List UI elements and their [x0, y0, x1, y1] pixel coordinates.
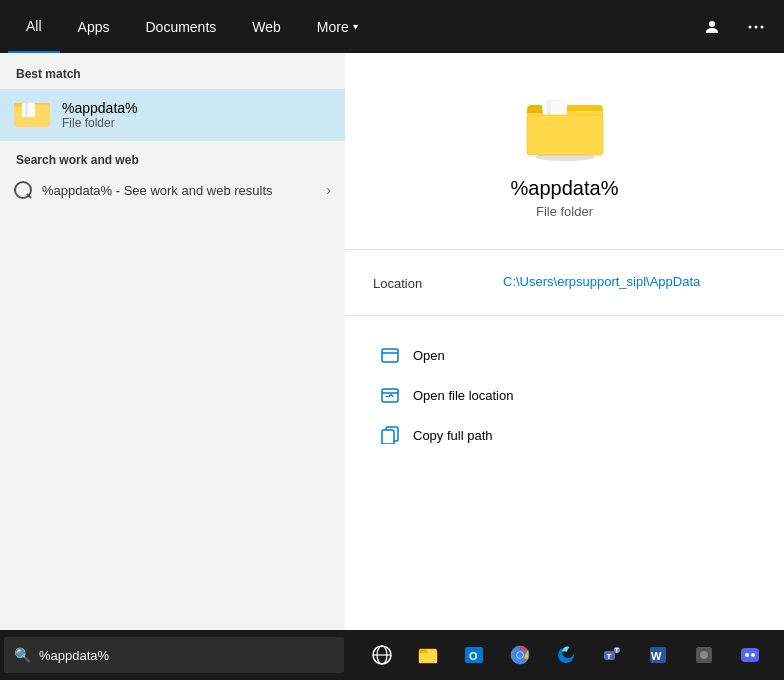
location-label: Location — [373, 274, 443, 291]
result-type: File folder — [62, 116, 138, 130]
word-button[interactable]: W — [636, 633, 680, 677]
action-copy-label: Copy full path — [413, 428, 493, 443]
svg-rect-41 — [741, 648, 759, 662]
svg-text:T: T — [615, 647, 620, 654]
svg-rect-9 — [28, 103, 35, 117]
tab-apps[interactable]: Apps — [60, 0, 128, 53]
search-icon — [14, 181, 32, 199]
action-open-file-location[interactable]: Open file location — [373, 376, 756, 414]
svg-point-1 — [755, 25, 758, 28]
action-open-label: Open — [413, 348, 445, 363]
taskbar: 🔍 %appdata% O — [0, 630, 784, 680]
svg-rect-18 — [382, 349, 398, 362]
svg-point-40 — [700, 651, 708, 659]
web-suffix: - See work and web results — [112, 183, 272, 198]
action-open-location-label: Open file location — [413, 388, 513, 403]
main-area: Best match %appdata% File folder — [0, 53, 784, 630]
svg-rect-26 — [419, 654, 437, 663]
file-subtitle: File folder — [536, 204, 593, 219]
large-folder-icon — [525, 93, 605, 161]
task-view-button[interactable] — [360, 633, 404, 677]
tab-apps-label: Apps — [78, 19, 110, 35]
copy-icon — [379, 424, 401, 446]
open-icon — [379, 344, 401, 366]
open-location-icon — [379, 384, 401, 406]
more-options-button[interactable] — [736, 7, 776, 47]
discord-button[interactable] — [728, 633, 772, 677]
svg-text:T: T — [607, 652, 612, 661]
tab-more[interactable]: More ▾ — [299, 0, 376, 53]
best-match-label: Best match — [0, 53, 345, 89]
file-explorer-button[interactable] — [406, 633, 450, 677]
tab-web[interactable]: Web — [234, 0, 299, 53]
taskbar-icons: O T — [352, 633, 780, 677]
edge-button[interactable] — [544, 633, 588, 677]
outlook-button[interactable]: O — [452, 633, 496, 677]
tab-all[interactable]: All — [8, 0, 60, 53]
account-button[interactable] — [692, 7, 732, 47]
web-search-item[interactable]: %appdata% - See work and web results › — [0, 173, 345, 207]
svg-text:O: O — [469, 650, 478, 662]
taskbar-search-icon: 🔍 — [14, 647, 31, 663]
svg-point-32 — [517, 652, 523, 658]
tab-web-label: Web — [252, 19, 281, 35]
chrome-button[interactable] — [498, 633, 542, 677]
nav-icons — [692, 7, 776, 47]
taskbar-search-text: %appdata% — [39, 648, 109, 663]
app-unknown-button[interactable] — [682, 633, 726, 677]
web-query: %appdata% — [42, 183, 112, 198]
tab-all-label: All — [26, 18, 42, 34]
location-row: Location C:\Users\erpsupport_sipl\AppDat… — [345, 260, 784, 305]
svg-point-2 — [761, 25, 764, 28]
actions-area: Open Open file location — [345, 326, 784, 464]
tab-documents-label: Documents — [145, 19, 216, 35]
chevron-right-icon: › — [326, 182, 331, 198]
taskbar-search[interactable]: 🔍 %appdata% — [4, 637, 344, 673]
action-copy-path[interactable]: Copy full path — [373, 416, 756, 454]
teams-button[interactable]: T T — [590, 633, 634, 677]
svg-point-42 — [745, 653, 749, 657]
svg-point-43 — [751, 653, 755, 657]
top-nav: All Apps Documents Web More ▾ — [0, 0, 784, 53]
svg-rect-16 — [527, 115, 603, 155]
file-icon-area: %appdata% File folder — [491, 53, 639, 239]
search-web-label: Search work and web — [0, 141, 345, 173]
svg-point-0 — [749, 25, 752, 28]
result-item-appdata[interactable]: %appdata% File folder — [0, 89, 345, 141]
tab-more-label: More — [317, 19, 349, 35]
result-text: %appdata% File folder — [62, 100, 138, 130]
folder-icon — [14, 97, 50, 133]
left-panel: Best match %appdata% File folder — [0, 53, 345, 630]
svg-rect-21 — [382, 430, 394, 444]
divider-2 — [345, 315, 784, 316]
more-arrow-icon: ▾ — [353, 21, 358, 32]
divider-1 — [345, 249, 784, 250]
file-title: %appdata% — [511, 177, 619, 200]
tab-documents[interactable]: Documents — [127, 0, 234, 53]
web-search-text: %appdata% - See work and web results — [42, 183, 273, 198]
right-panel: %appdata% File folder Location C:\Users\… — [345, 53, 784, 630]
action-open[interactable]: Open — [373, 336, 756, 374]
result-name: %appdata% — [62, 100, 138, 116]
svg-text:W: W — [651, 650, 662, 662]
location-path-link[interactable]: C:\Users\erpsupport_sipl\AppData — [503, 274, 700, 289]
